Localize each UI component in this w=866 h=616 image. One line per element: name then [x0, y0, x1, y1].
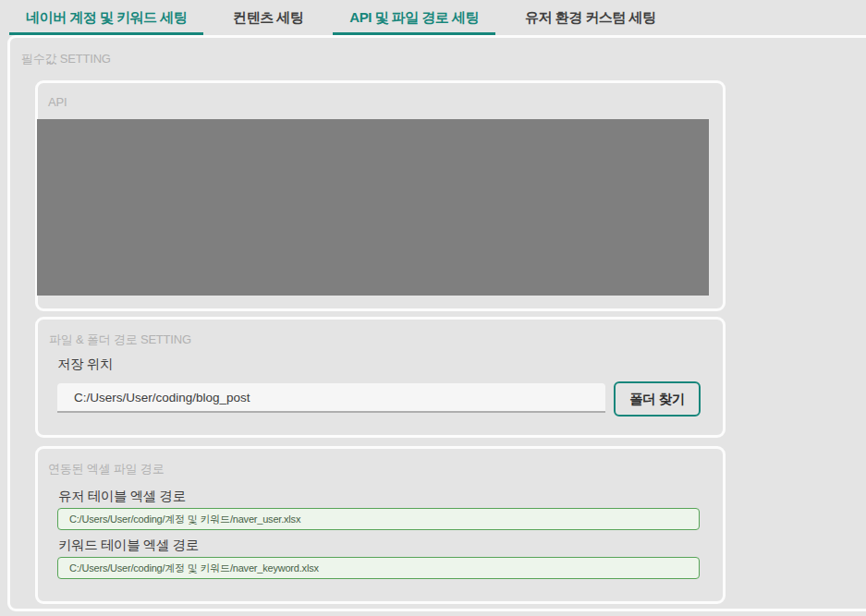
tab-api-file-path-setting[interactable]: API 및 파일 경로 세팅	[333, 2, 495, 35]
save-location-input[interactable]	[57, 383, 605, 413]
file-folder-path-group-title: 파일 & 폴더 경로 SETTING	[49, 332, 191, 348]
tab-content-setting[interactable]: 컨텐츠 세팅	[216, 2, 320, 35]
tab-bar: 네이버 계정 및 키워드 세팅 컨텐츠 세팅 API 및 파일 경로 세팅 유저…	[0, 0, 866, 35]
api-group-title: API	[48, 95, 67, 109]
save-location-label: 저장 위치	[57, 356, 113, 373]
tab-naver-account-keyword-setting[interactable]: 네이버 계정 및 키워드 세팅	[9, 2, 203, 35]
user-table-excel-path-input[interactable]	[57, 508, 700, 530]
find-folder-button[interactable]: 폴더 찾기	[614, 381, 701, 417]
required-values-group-title: 필수값 SETTING	[21, 51, 111, 67]
user-table-excel-path-label: 유저 테이블 엑셀 경로	[58, 488, 186, 505]
keyword-table-excel-path-input[interactable]	[57, 557, 700, 579]
keyword-table-excel-path-label: 키워드 테이블 엑셀 경로	[58, 537, 199, 554]
linked-excel-path-group-title: 연동된 엑셀 파일 경로	[48, 461, 164, 477]
api-hidden-redacted-block	[37, 119, 709, 296]
tab-user-env-custom-setting[interactable]: 유저 환경 커스텀 세팅	[508, 2, 673, 35]
settings-window: 네이버 계정 및 키워드 세팅 컨텐츠 세팅 API 및 파일 경로 세팅 유저…	[0, 0, 866, 616]
